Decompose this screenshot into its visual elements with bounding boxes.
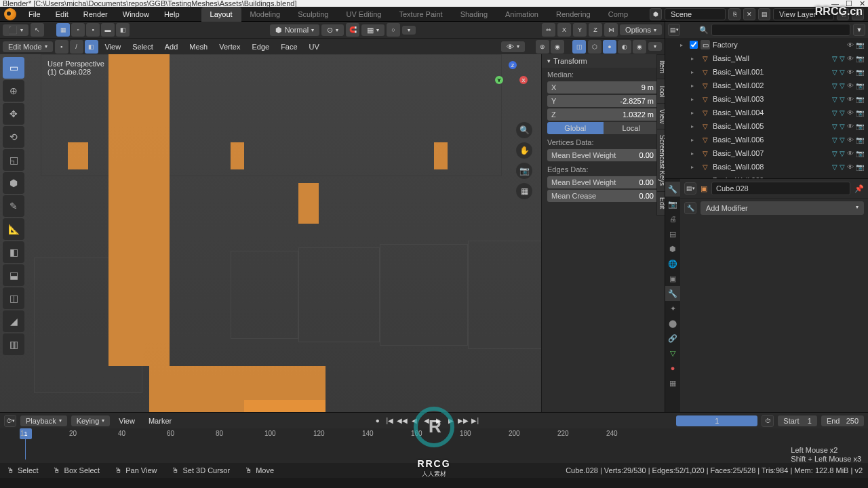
expand-icon[interactable]: ▸: [691, 137, 698, 143]
scene-new-button[interactable]: ⎘: [728, 8, 741, 20]
snap-edge-icon[interactable]: ▬: [101, 23, 115, 37]
npanel-tab-screencast[interactable]: Screencast Keys: [656, 129, 665, 192]
disable-icon[interactable]: ▽: [840, 68, 845, 76]
hide-viewport-icon[interactable]: 👁: [847, 68, 854, 76]
disable-icon[interactable]: ▽: [840, 55, 845, 62]
select-edge-mode[interactable]: /: [70, 40, 83, 54]
shading-wire[interactable]: ⬡: [588, 40, 601, 54]
tool-move[interactable]: ✥: [3, 103, 24, 125]
shading-solid[interactable]: ●: [603, 40, 616, 54]
hide-viewport-icon[interactable]: 👁: [847, 41, 854, 49]
snap-inc-icon[interactable]: ▫: [71, 23, 85, 37]
hide-viewport-icon[interactable]: 👁: [847, 96, 854, 103]
disable-icon[interactable]: ▽: [840, 163, 845, 171]
scene-name-field[interactable]: Scene: [665, 8, 726, 20]
menu-window[interactable]: Window: [116, 7, 156, 22]
median-z-row[interactable]: Z1.0322 m: [547, 108, 659, 121]
keyframe-prev-button[interactable]: ◀◀: [397, 415, 408, 426]
prop-tab-physics[interactable]: ⬤: [665, 316, 680, 331]
hide-render-icon[interactable]: 📷: [856, 163, 864, 171]
select-face-mode[interactable]: ◧: [85, 40, 98, 54]
tree-row[interactable]: ▸▽Basic_Wall.005▽▽👁📷: [665, 119, 868, 133]
tree-row[interactable]: ▸▽Basic_Wall.004▽▽👁📷: [665, 106, 868, 119]
hide-render-icon[interactable]: 📷: [856, 136, 864, 144]
tree-row[interactable]: ▸▽Basic_Wall.003▽▽👁📷: [665, 92, 868, 106]
tool-add-cube[interactable]: ◧: [3, 241, 24, 263]
prop-tab-render[interactable]: 📷: [665, 197, 680, 211]
orientation-dropdown[interactable]: ⬢ Normal ▾: [270, 24, 319, 36]
outliner-filter-button[interactable]: ▼: [853, 24, 865, 36]
expand-icon[interactable]: ▸: [691, 69, 698, 75]
perspective-button[interactable]: ▦: [516, 183, 532, 199]
hide-render-icon[interactable]: 📷: [856, 150, 864, 157]
expand-icon[interactable]: ▸: [691, 123, 698, 129]
hide-select-icon[interactable]: ▽: [832, 150, 837, 157]
object-name-field[interactable]: Cube.028: [711, 182, 850, 195]
prop-tab-output[interactable]: 🖨: [665, 211, 680, 226]
outliner-tree[interactable]: ▸▭Factory👁📷▸▽Basic_Wall▽▽👁📷▸▽Basic_Wall.…: [665, 38, 868, 178]
playback-dropdown[interactable]: Playback ▾: [20, 415, 67, 426]
jump-start-button[interactable]: |◀: [384, 415, 395, 426]
mean-bevel-weight-row[interactable]: Mean Bevel Weight 0.00: [547, 149, 659, 161]
hide-viewport-icon[interactable]: 👁: [847, 109, 854, 117]
mode-dropdown[interactable]: Edit Mode ▾: [3, 41, 53, 52]
tree-row[interactable]: ▸▭Factory👁📷: [665, 38, 868, 52]
tree-row[interactable]: ▸▽Basic_Wall.006▽▽👁📷: [665, 133, 868, 146]
blender-logo-icon[interactable]: [4, 8, 16, 20]
add-modifier-dropdown[interactable]: Add Modifier ▾: [701, 201, 864, 215]
snap-face-icon[interactable]: ◧: [116, 23, 130, 37]
mirror-z[interactable]: Z: [589, 23, 602, 37]
automerge-toggle[interactable]: ⋈: [604, 23, 618, 37]
mirror-y[interactable]: Y: [573, 23, 587, 37]
tree-row[interactable]: ▸▽Basic_Wall.007▽▽👁📷: [665, 146, 868, 160]
scene-icon[interactable]: ⬢: [650, 8, 662, 20]
median-x-row[interactable]: X9 m: [547, 81, 659, 94]
proportional-toggle[interactable]: ○: [387, 23, 400, 37]
hide-select-icon[interactable]: ▽: [832, 96, 837, 103]
mean-crease-row[interactable]: Mean Crease 0.00: [547, 190, 659, 202]
autokey-toggle[interactable]: ●: [372, 415, 383, 426]
snap-settings-dropdown[interactable]: ▦▾: [361, 24, 384, 36]
pivot-dropdown[interactable]: ⊙▾: [321, 24, 344, 36]
hide-viewport-icon[interactable]: 👁: [847, 136, 854, 144]
prop-tab-particle[interactable]: ✦: [665, 301, 680, 316]
snap-grid-icon[interactable]: ▦: [56, 23, 70, 37]
tool-transform[interactable]: ⬢: [3, 172, 24, 194]
editor-type-dropdown[interactable]: ⬛▾: [3, 24, 28, 36]
tab-shading[interactable]: Shading: [452, 7, 496, 22]
collection-checkbox[interactable]: [690, 41, 698, 49]
hide-select-icon[interactable]: ▽: [832, 82, 837, 89]
hide-render-icon[interactable]: 📷: [856, 109, 864, 117]
gizmo-y-axis[interactable]: Y: [495, 76, 503, 84]
tool-loopcut[interactable]: ▥: [3, 333, 24, 355]
prop-tab-constraint[interactable]: 🔗: [665, 331, 680, 346]
tab-compositing[interactable]: Comp: [599, 7, 637, 22]
viewport-canvas[interactable]: User Perspective (1) Cube.028 ▭ ⊕ ✥ ⟲ ◱ …: [0, 54, 665, 412]
expand-icon[interactable]: ▸: [691, 150, 698, 157]
vp-menu-vertex[interactable]: Vertex: [214, 43, 245, 51]
npanel-tab-tool[interactable]: Tool: [656, 79, 665, 103]
hide-viewport-icon[interactable]: 👁: [847, 55, 854, 62]
prop-tab-viewlayer[interactable]: ▤: [665, 226, 680, 241]
npanel-tab-edit[interactable]: Edit: [656, 191, 665, 215]
hide-viewport-icon[interactable]: 👁: [847, 123, 854, 130]
vp-menu-mesh[interactable]: Mesh: [184, 43, 212, 51]
visibility-dropdown[interactable]: 👁▾: [501, 41, 525, 52]
tree-row[interactable]: ▸▽Basic_Wall.001▽▽👁📷: [665, 65, 868, 79]
snap-vert-icon[interactable]: ▪: [86, 23, 100, 37]
tool-cursor[interactable]: ⊕: [3, 80, 24, 102]
gizmo-x-axis[interactable]: X: [519, 76, 528, 84]
outliner-search-input[interactable]: [711, 24, 850, 36]
shading-settings[interactable]: ▾: [648, 42, 662, 51]
mirror-toggle[interactable]: ⇔: [542, 23, 555, 37]
npanel-transform-header[interactable]: ▾ Transform: [542, 54, 665, 68]
keying-dropdown[interactable]: Keying ▾: [71, 415, 111, 426]
tool-rotate[interactable]: ⟲: [3, 126, 24, 148]
expand-icon[interactable]: ▸: [691, 164, 698, 170]
hide-select-icon[interactable]: ▽: [832, 68, 837, 76]
menu-file[interactable]: File: [22, 7, 47, 22]
prop-tab-modifier[interactable]: 🔧: [665, 286, 680, 301]
scene-delete-button[interactable]: ✕: [743, 8, 755, 20]
tool-inset[interactable]: ◫: [3, 287, 24, 309]
prop-tab-scene[interactable]: ⬢: [665, 241, 680, 256]
